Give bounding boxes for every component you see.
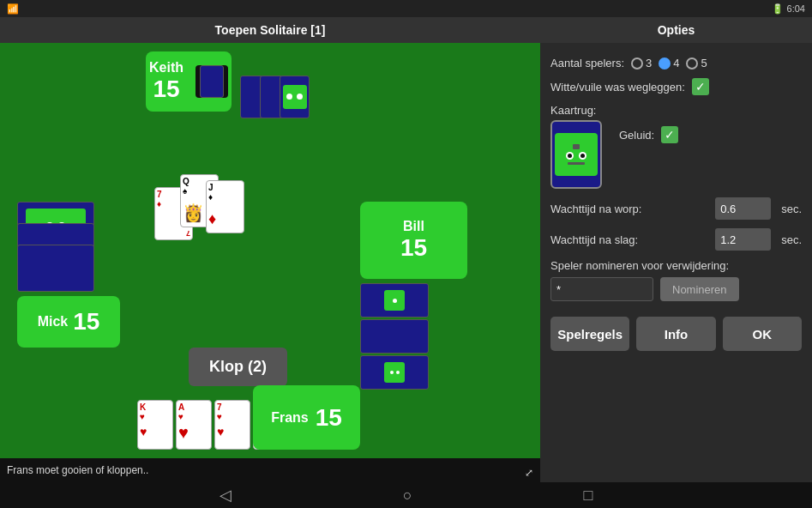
witte-vuile-was-row: Witte/vuile was wegleggen: ✓ <box>550 78 802 95</box>
status-message: Frans moet gooien of kloppen.. <box>7 464 148 476</box>
keith-score: 15 <box>153 76 179 103</box>
game-title: Toepen Solitaire [1] <box>0 23 540 37</box>
kaartrug-section: Kaartrug: <box>550 104 602 189</box>
nomineer-input-row: Nomineren <box>550 277 802 301</box>
keith-card-1 <box>195 65 228 98</box>
options-panel: Aantal spelers: 3 4 5 Witte/vuile was we… <box>540 43 812 482</box>
radio-3-label: 3 <box>646 57 652 70</box>
wachttijd-worp-input[interactable] <box>715 197 771 220</box>
witte-vuile-was-checkbox[interactable]: ✓ <box>692 78 709 95</box>
bottom-status-bar: Frans moet gooien of kloppen.. ⤢ <box>0 458 540 482</box>
nomineer-label: Speler nomineren voor verwijdering: <box>550 259 802 272</box>
kaartrug-label: Kaartrug: <box>550 104 602 117</box>
geluid-checkbox[interactable]: ✓ <box>661 126 678 143</box>
spelers-radio-group: 3 4 5 <box>631 57 707 70</box>
aantal-spelers-label: Aantal spelers: <box>550 57 624 70</box>
nomineer-section: Speler nomineren voor verwijdering: Nomi… <box>550 259 802 301</box>
bill-score: 15 <box>400 234 427 262</box>
witte-vuile-was-label: Witte/vuile was wegleggen: <box>550 81 685 94</box>
bill-panel: Bill 15 <box>360 202 467 279</box>
back-button[interactable]: ◁ <box>220 486 232 505</box>
radio-4-circle <box>659 57 671 70</box>
wachttijd-worp-row: Wachttijd na worp: sec. <box>550 197 802 220</box>
mick-name: Mick <box>38 314 69 330</box>
nomineer-input[interactable] <box>550 277 653 301</box>
aantal-spelers-row: Aantal spelers: 3 4 5 <box>550 57 802 70</box>
frans-score: 15 <box>316 404 342 432</box>
keith-cards <box>240 76 310 118</box>
mick-cards-stack <box>17 202 94 292</box>
nav-bar: ◁ ○ □ <box>0 482 812 508</box>
card-ace-hearts: A♥ ♥ <box>176 400 212 450</box>
main-content: Keith 15 <box>0 43 812 482</box>
wachttijd-slag-label: Wachttijd na slag: <box>550 233 708 246</box>
fullscreen-button[interactable]: ⤢ <box>525 467 533 479</box>
home-button[interactable]: ○ <box>403 487 412 505</box>
spelregels-button[interactable]: Spelregels <box>550 317 629 351</box>
kaartrug-geluid-row: Kaartrug: <box>550 104 802 189</box>
keith-name: Keith <box>149 60 183 76</box>
battery-icon: 🔋 <box>772 3 784 15</box>
wachttijd-worp-label: Wachttijd na worp: <box>550 203 708 215</box>
radio-5-circle <box>686 57 698 70</box>
kaartrug-card-display[interactable] <box>550 120 602 189</box>
bill-cards <box>360 283 429 390</box>
keith-panel: Keith 15 <box>146 51 232 112</box>
radio-5-label: 5 <box>701 57 707 70</box>
status-bar: 📶 🔋 6:04 <box>0 0 812 17</box>
radio-4-label: 4 <box>673 57 679 70</box>
info-button[interactable]: Info <box>636 317 715 351</box>
clock: 6:04 <box>787 3 805 14</box>
geluid-label: Geluid: <box>619 129 654 142</box>
card-7-hearts: 7♥ ♥ <box>214 400 250 450</box>
bill-name: Bill <box>403 219 424 234</box>
mick-score: 15 <box>73 308 99 336</box>
recent-button[interactable]: □ <box>584 487 593 505</box>
klop-button[interactable]: Klop (2) <box>189 348 287 386</box>
kaartrug-monster <box>555 133 598 176</box>
mick-panel: Mick 15 <box>17 296 120 348</box>
status-left-icons: 📶 <box>7 3 19 15</box>
radio-4[interactable]: 4 <box>659 57 679 70</box>
title-bar: Toepen Solitaire [1] Opties <box>0 17 812 43</box>
frans-panel: Frans 15 <box>253 385 360 450</box>
wachttijd-worp-sec: sec. <box>781 203 802 215</box>
card-king-hearts: K♥ ♥ <box>137 400 173 450</box>
nomineer-button[interactable]: Nomineren <box>660 277 739 301</box>
frans-name: Frans <box>271 410 309 426</box>
card-jack: J♦ ♦ <box>206 180 244 233</box>
wachttijd-slag-row: Wachttijd na slag: sec. <box>550 228 802 251</box>
geluid-section: Geluid: ✓ <box>619 104 678 143</box>
action-buttons: Spelregels Info OK <box>550 317 802 351</box>
options-title: Opties <box>540 23 812 37</box>
geluid-row: Geluid: ✓ <box>619 126 678 143</box>
radio-3[interactable]: 3 <box>631 57 652 70</box>
wachttijd-slag-sec: sec. <box>781 233 802 246</box>
wachttijd-slag-input[interactable] <box>715 228 771 251</box>
game-area: Keith 15 <box>0 43 540 482</box>
radio-5[interactable]: 5 <box>686 57 707 70</box>
radio-3-circle <box>631 57 643 70</box>
ok-button[interactable]: OK <box>723 317 802 351</box>
